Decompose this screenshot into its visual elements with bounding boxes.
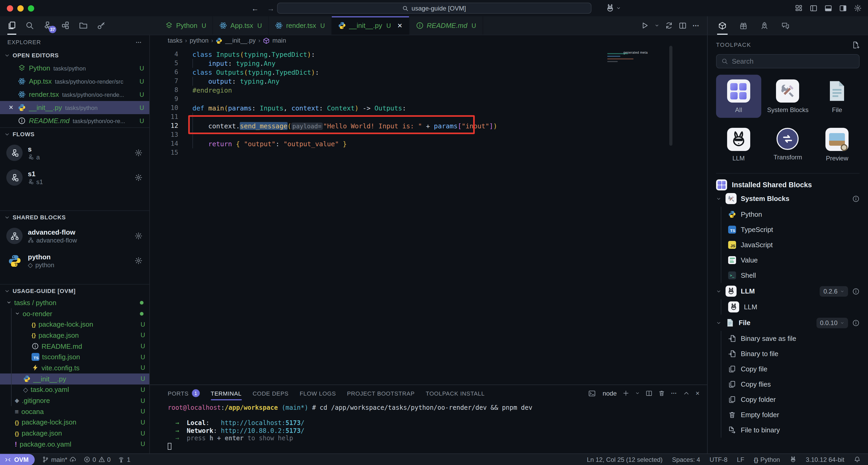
- shared-blocks-header[interactable]: SHARED BLOCKS: [0, 211, 149, 224]
- block-item-copy-flies[interactable]: Copy flies: [728, 377, 860, 392]
- trash-icon[interactable]: [658, 390, 665, 397]
- close-tab-icon[interactable]: ✕: [397, 22, 402, 29]
- terminal-output[interactable]: root@localhost:/app/workspace (main*) # …: [150, 401, 707, 454]
- open-editor--init-py[interactable]: ✕__init__.pytasks/pythonU: [0, 101, 149, 114]
- history-back-icon[interactable]: ←: [251, 4, 259, 12]
- open-editor-render-tsx[interactable]: render.tsxtasks/python/oo-rende...U: [0, 88, 149, 101]
- block-item-javascript[interactable]: JSJavaScript: [728, 237, 860, 253]
- info-icon[interactable]: [852, 195, 860, 202]
- toolpack-category-file[interactable]: File: [815, 75, 860, 118]
- close-editor-icon[interactable]: ✕: [7, 104, 15, 111]
- tab-app-tsx[interactable]: App.tsxU: [213, 16, 269, 35]
- activity-item-blocks[interactable]: [61, 16, 70, 35]
- block-item-binary-save-as-file[interactable]: Binary save as file: [728, 331, 860, 346]
- panel-tab-terminal[interactable]: TERMINAL: [211, 385, 242, 401]
- activity-item-key[interactable]: [97, 16, 106, 35]
- toolpack-search[interactable]: [716, 54, 860, 68]
- tree-item-oocana[interactable]: ≡oocanaU: [0, 406, 149, 417]
- status-cursor-position[interactable]: Ln 12, Col 25 (12 selected): [587, 456, 662, 463]
- version-select[interactable]: 0.2.6: [820, 286, 848, 296]
- section-header[interactable]: LLM0.2.6: [716, 283, 860, 299]
- gear-icon[interactable]: [854, 4, 862, 12]
- block-item-typescript[interactable]: TSTypeScript: [728, 222, 860, 237]
- flow-item-s1[interactable]: s1s1: [0, 165, 149, 190]
- code-editor[interactable]: 4class Inputs(typing.TypedDict):5 input:…: [150, 46, 707, 384]
- tree-item-task-oo-yaml[interactable]: ◇task.oo.yamlU: [0, 384, 149, 395]
- toolpack-category-llm[interactable]: LLM: [716, 123, 761, 166]
- panel-bottom-icon[interactable]: [824, 4, 832, 12]
- panel-tab-code-deps[interactable]: CODE DEPS: [253, 385, 289, 401]
- right-strip-gift[interactable]: [739, 16, 748, 35]
- open-editor-readme-md[interactable]: README.mdtasks/python/oo-re...U: [0, 114, 149, 127]
- history-forward-icon[interactable]: →: [267, 4, 274, 12]
- command-center-search[interactable]: usage-guide [OVM]: [277, 3, 591, 14]
- info-icon[interactable]: [852, 319, 860, 326]
- workspace-header[interactable]: USAGE-GUIDE [OVM]: [0, 285, 149, 297]
- tree-item-tsconfig-json[interactable]: TStsconfig.jsonU: [0, 352, 149, 362]
- toolpack-category-system-blocks[interactable]: System Blocks: [765, 75, 810, 118]
- split-icon[interactable]: [646, 390, 652, 397]
- block-item-file-to-binary[interactable]: File to binary: [728, 423, 860, 438]
- tab-readme-md[interactable]: README.mdU: [409, 16, 483, 35]
- tab-python[interactable]: PythonU: [159, 16, 213, 35]
- tree-item-package-lock-json[interactable]: {}package-lock.jsonU: [0, 319, 149, 330]
- flow-item-s[interactable]: sa: [0, 141, 149, 165]
- tree-item-package-json[interactable]: {}package.jsonU: [0, 428, 149, 439]
- tree-item-package-lock-json[interactable]: {}package-lock.jsonU: [0, 417, 149, 428]
- status-python-version[interactable]: 3.10.12 64-bit: [806, 456, 844, 463]
- editor-scrollbar[interactable]: [669, 46, 673, 146]
- block-item-copy-file[interactable]: Copy file: [728, 361, 860, 377]
- maximize-window-button[interactable]: [28, 5, 34, 11]
- plus-icon[interactable]: [622, 390, 629, 397]
- minimize-window-button[interactable]: [17, 5, 24, 11]
- activity-item-folder[interactable]: [79, 16, 88, 35]
- layout-grid-icon[interactable]: [795, 4, 803, 12]
- shared-block-advanced-flow[interactable]: advanced-flowadvanced-flow: [0, 224, 149, 248]
- block-item-python[interactable]: Python: [728, 207, 860, 222]
- info-icon[interactable]: [852, 288, 860, 295]
- toolpack-search-input[interactable]: [732, 57, 854, 65]
- block-item-shell[interactable]: >_Shell: [728, 268, 860, 283]
- chev-down-icon[interactable]: [635, 391, 640, 396]
- chev-down-icon[interactable]: [655, 23, 659, 28]
- play-icon[interactable]: [641, 22, 649, 29]
- shared-block-python[interactable]: python◇python: [0, 248, 149, 273]
- activity-item-search[interactable]: [25, 16, 34, 35]
- status-encoding[interactable]: UTF-8: [710, 456, 727, 463]
- caret-up-icon[interactable]: [683, 390, 690, 397]
- assistant-menu[interactable]: [606, 4, 621, 12]
- status-branch[interactable]: main*: [42, 456, 76, 463]
- new-file-icon[interactable]: [852, 41, 860, 49]
- activity-item-files[interactable]: [7, 16, 16, 35]
- close-icon[interactable]: ×: [695, 389, 700, 397]
- toolpack-category-all[interactable]: All: [716, 75, 761, 118]
- right-strip-rocket[interactable]: [760, 16, 769, 35]
- right-strip-cube[interactable]: [718, 16, 726, 35]
- breadcrumb[interactable]: tasks›python›__init__.py›main: [150, 35, 707, 46]
- explorer-more-icon[interactable]: ⋯: [136, 39, 142, 46]
- term-icon[interactable]: [589, 389, 596, 397]
- status-eol[interactable]: LF: [737, 456, 744, 463]
- dots-icon[interactable]: ⋯: [692, 22, 700, 29]
- tree-item-package-oo-yaml[interactable]: !package.oo.yamlU: [0, 439, 149, 449]
- open-editors-header[interactable]: OPEN EDITORS: [0, 49, 149, 62]
- gear-icon[interactable]: [134, 232, 143, 240]
- tree-item-vite-config-ts[interactable]: vite.config.tsU: [0, 362, 149, 373]
- open-editor-python[interactable]: Pythontasks/pythonU: [0, 62, 149, 75]
- tree-item--init-py[interactable]: __init__.pyU: [0, 374, 149, 384]
- panel-left-icon[interactable]: [810, 4, 817, 12]
- section-header[interactable]: System Blocks: [716, 191, 860, 207]
- gear-icon[interactable]: [134, 174, 143, 181]
- gear-icon[interactable]: [134, 149, 143, 157]
- open-editor-app-tsx[interactable]: App.tsxtasks/python/oo-render/srcU: [0, 75, 149, 88]
- version-select[interactable]: 0.0.10: [816, 317, 848, 328]
- tree-item-oo-render[interactable]: oo-render: [0, 308, 149, 319]
- status-assistant[interactable]: [789, 456, 796, 463]
- tree-item-readme-md[interactable]: README.mdU: [0, 341, 149, 352]
- tree-item--gitignore[interactable]: ◆.gitignoreU: [0, 395, 149, 406]
- block-item-empty-folder[interactable]: Empty folder: [728, 407, 860, 423]
- right-strip-comment[interactable]: [781, 16, 790, 35]
- split-icon[interactable]: [679, 22, 687, 29]
- window-controls[interactable]: [7, 5, 34, 11]
- status-indentation[interactable]: Spaces: 4: [672, 456, 700, 463]
